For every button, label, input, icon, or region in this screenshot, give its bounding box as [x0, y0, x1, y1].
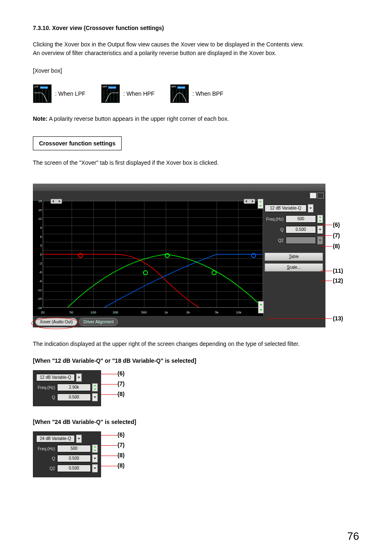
hpf-label: : When HPF [123, 90, 154, 97]
bpf-low-marker[interactable] [143, 270, 148, 275]
p24-callouts: (6) (7) (8) (8) [118, 431, 125, 472]
hpf-marker[interactable] [251, 253, 256, 258]
freq-input[interactable]: 500 [286, 215, 316, 223]
main-diagram: (1) (2) (3) (4) (5) 18 15 12 9 6 3 0 -3 … [33, 184, 359, 327]
p24-c8a: (8) [118, 452, 125, 458]
callout-line [321, 281, 332, 281]
panel12-heading: [When "12 dB Variable-Q" or "18 dB Varia… [33, 357, 359, 364]
p24-filter-type[interactable]: 24 dB Variable-Q [36, 435, 75, 442]
x-tick: 200 [113, 311, 118, 314]
callout-line [321, 225, 332, 225]
xover-screenshot: 18 15 12 9 6 3 0 -3 -6 -9 -12 -15 -18 [33, 184, 325, 327]
hpf-tag: HPF [102, 85, 107, 88]
bpf-normal-badge[interactable]: Normal [177, 86, 185, 89]
p12-c8: (8) [118, 391, 125, 397]
q2-label: Q2 [265, 238, 284, 243]
callout-line [267, 318, 332, 319]
note-text: A polarity reverse button appears in the… [48, 115, 229, 122]
callout-line [321, 246, 332, 246]
plot-svg [43, 201, 263, 307]
p24-q2-label: Q2 [36, 466, 56, 471]
y-zoom-spinner[interactable] [258, 199, 263, 209]
corner-button-2[interactable] [317, 193, 324, 198]
x-tick: 2k [187, 311, 190, 314]
freq-row: Freq.(Hz) 500 [265, 215, 323, 223]
bpf-mid-marker[interactable] [165, 253, 170, 258]
q-input[interactable]: 0.500 [286, 226, 316, 233]
p24-q-label: Q [36, 456, 56, 461]
freq-spinner[interactable] [92, 444, 98, 453]
p24-c6: (6) [118, 431, 125, 438]
tab-explanation: The screen of the "Xover" tab is first d… [33, 159, 359, 167]
lpf-normal-badge[interactable]: Normal [40, 86, 48, 89]
dropdown-icon[interactable] [92, 454, 98, 463]
p12-freq-label: Freq.(Hz) [36, 385, 56, 390]
q-row: Q 0.500 [265, 226, 323, 234]
graph-area[interactable]: 18 15 12 9 6 3 0 -3 -6 -9 -12 -15 -18 [33, 201, 263, 316]
hpf-normal-badge[interactable]: Normal [108, 86, 116, 89]
filter-type-row: 12 dB Variable-Q [265, 204, 323, 212]
p12-filter-type[interactable]: 12 dB Variable-Q [36, 374, 75, 381]
x-tick: 20 [41, 311, 45, 314]
xover-box-hpf[interactable]: HPF Normal [101, 84, 120, 103]
x-tick: 50 [69, 311, 73, 314]
lpf-tag: LPF [34, 85, 39, 88]
callout-6: (6) [333, 221, 340, 228]
q-dropdown-icon[interactable] [317, 226, 323, 234]
q2-dropdown-icon [317, 236, 323, 244]
corner-button-1[interactable] [310, 193, 316, 198]
p12-callouts: (6) (7) (8) [118, 370, 125, 401]
xover-box-bpf[interactable]: BPF Normal [170, 84, 189, 103]
x-tick: 10k [236, 311, 242, 314]
bpf-high-marker[interactable] [212, 270, 217, 275]
note-line: Note: A polarity reverse button appears … [33, 115, 359, 122]
handle-left[interactable] [51, 199, 62, 204]
freq-spinner[interactable] [92, 383, 98, 391]
p24-c7: (7) [118, 442, 125, 448]
p24-freq-label: Freq.(Hz) [36, 447, 56, 451]
bpf-curve-icon [171, 90, 189, 102]
plot-canvas[interactable] [43, 201, 263, 308]
intro-line-2: An overview of filter characteristics an… [33, 50, 277, 56]
freq-spinner[interactable] [317, 215, 323, 223]
y-tick: 6 [40, 235, 42, 238]
dropdown-icon[interactable] [92, 464, 98, 472]
filter-type-select[interactable]: 12 dB Variable-Q [265, 205, 307, 212]
panel24: 24 dB Variable-Q Freq.(Hz) 500 Q 0.500 Q… [33, 431, 101, 477]
indication-line: The indication displayed at the upper ri… [33, 340, 359, 348]
panel12-row: 12 dB Variable-Q Freq.(Hz) 2.90k Q 0.500… [33, 370, 359, 406]
p24-freq-input[interactable]: 500 [57, 445, 91, 452]
xover-box-lpf[interactable]: LPF Normal [33, 84, 52, 103]
p24-q-input[interactable]: 0.500 [57, 455, 91, 462]
section-heading: 7.3.10. Xover view (Crossover function s… [33, 25, 359, 31]
intro-line-1: Clicking the Xover box in the Output flo… [33, 41, 304, 48]
callout-11: (11) [333, 267, 343, 274]
scale-button[interactable]: Scale... [265, 263, 323, 272]
handle-right[interactable] [244, 199, 255, 204]
hpf-curve-icon [101, 90, 120, 102]
dropdown-icon[interactable] [308, 204, 314, 212]
p12-freq-input[interactable]: 2.90k [57, 384, 91, 391]
x-tick: 100 [91, 311, 96, 314]
dropdown-icon[interactable] [76, 435, 82, 443]
p24-q2-input[interactable]: 0.500 [57, 465, 91, 472]
panel24-heading: [When "24 dB Variable-Q" is selected] [33, 419, 359, 425]
window-titlebar[interactable] [33, 184, 325, 191]
bpf-tag: BPF [171, 85, 176, 88]
p12-q-input[interactable]: 0.500 [57, 394, 91, 401]
q2-row: Q2 [265, 236, 323, 244]
dropdown-icon[interactable] [92, 393, 98, 401]
y-tick: 15 [38, 208, 42, 212]
xover-box-row: LPF Normal : When LPF HPF Normal : When … [33, 84, 359, 103]
dropdown-icon[interactable] [76, 373, 82, 382]
x-tick: 500 [141, 311, 147, 314]
y-axis: 18 15 12 9 6 3 0 -3 -6 -9 -12 -15 -18 [33, 201, 43, 308]
x-zoom-spinner[interactable] [258, 301, 264, 313]
callout-8: (8) [333, 243, 340, 249]
lpf-curve-icon [33, 90, 51, 102]
table-button[interactable]: Table [265, 253, 323, 261]
tab-driver-alignment[interactable]: Driver Alignment [79, 318, 118, 326]
lpf-label: : When LPF [55, 90, 85, 97]
lpf-marker[interactable] [78, 253, 83, 258]
tab-xover[interactable]: Xover (Audio Out) [35, 318, 77, 326]
